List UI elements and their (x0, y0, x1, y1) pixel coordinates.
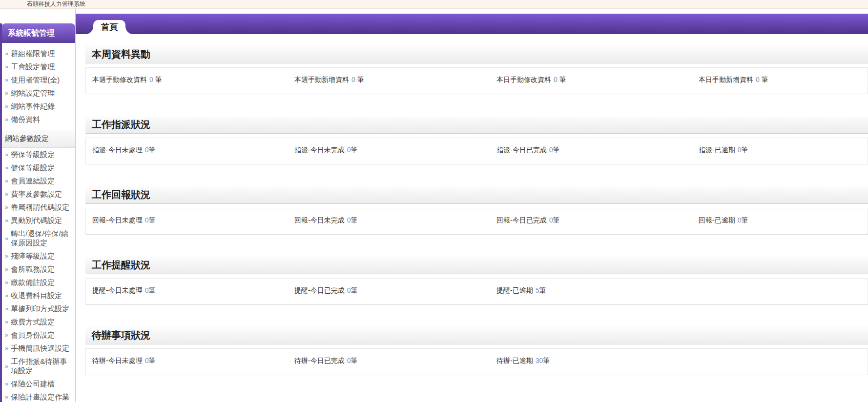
stat-unit: 筆 (558, 76, 566, 83)
stat-unit: 筆 (351, 357, 357, 364)
sidebar-item[interactable]: »網站設定管理 (5, 86, 73, 100)
stat-item: 回報-已逾期0筆 (692, 208, 868, 234)
sidebar-item-label: 工作指派&待辦事項設定 (11, 357, 73, 375)
stat-item: 提醒-今日已完成0筆 (288, 279, 490, 304)
tab-home[interactable]: 首頁 (93, 20, 125, 34)
sidebar-item-label: 單據列印方式設定 (11, 304, 69, 313)
sidebar-item[interactable]: »會員連結設定 (5, 174, 73, 187)
section-title: 工作提醒狀況 (85, 256, 868, 274)
stat-label: 本日手動修改資料 (496, 76, 551, 83)
stat-value-link[interactable]: 0 (351, 76, 355, 83)
chevron-marker-icon: » (5, 317, 8, 326)
dashboard-section: 本周資料異動本週手動修改資料0 筆本週手動新增資料0 筆本日手動修改資料0 筆本… (85, 45, 868, 94)
app-root: { "app": { "title": "石頭科技人力管理系統" }, "tab… (0, 0, 868, 402)
sidebar-accent-stripe (0, 23, 2, 402)
sidebar-item-label: 保險公司建檔 (11, 379, 55, 388)
sidebar-group-header-account[interactable]: 系統帳號管理 (1, 23, 75, 43)
stat-unit: 筆 (543, 357, 550, 364)
sidebar-item[interactable]: »手機簡訊快選設定 (5, 342, 73, 355)
layout: 系統帳號管理 »群組權限管理»工會設定管理»使用者管理(全)»網站設定管理»網站… (0, 9, 868, 402)
chevron-marker-icon: » (5, 392, 8, 402)
stat-unit: 筆 (553, 216, 559, 224)
stat-label: 指派-已逾期 (699, 146, 735, 154)
section-title: 工作回報狀況 (85, 186, 868, 204)
stat-label: 待辦-今日已完成 (294, 357, 345, 364)
sidebar-item-label: 異動別代碼設定 (11, 216, 62, 225)
section-title: 工作指派狀況 (85, 116, 868, 134)
dashboard-section: 工作指派狀況指派-今日未處理0筆指派-今日未完成0筆指派-今日已完成0筆指派-已… (85, 116, 868, 164)
stat-value-link[interactable]: 0 (554, 76, 558, 83)
sidebar-item-label: 網站設定管理 (11, 88, 55, 98)
stat-item: 提醒-已逾期5筆 (490, 279, 692, 304)
chevron-marker-icon: » (5, 49, 8, 58)
sidebar-item[interactable]: »繳款備註設定 (5, 276, 73, 289)
chevron-marker-icon: » (5, 189, 8, 199)
stat-label: 回報-今日未處理 (92, 216, 143, 224)
sidebar-item[interactable]: »工作指派&待辦事項設定 (5, 355, 73, 377)
section-stats-row: 回報-今日未處理0筆回報-今日未完成0筆回報-今日已完成0筆回報-已逾期0筆 (85, 208, 868, 235)
sidebar-item[interactable]: »工會設定管理 (5, 60, 73, 73)
sidebar-item-label: 眷屬稱謂代碼設定 (11, 202, 69, 212)
sidebar-item-label: 會員身份設定 (11, 330, 55, 340)
stat-value-link[interactable]: 0 (149, 76, 153, 83)
sidebar-group-header-params[interactable]: 網站參數設定 (0, 130, 75, 148)
stat-unit: 筆 (553, 146, 559, 154)
main-sections: 本周資料異動本週手動修改資料0 筆本週手動新增資料0 筆本日手動修改資料0 筆本… (76, 34, 868, 375)
sidebar-item[interactable]: »使用者管理(全) (5, 73, 73, 86)
sidebar-item-label: 健保等級設定 (11, 163, 55, 172)
stat-value-link[interactable]: 0 (756, 76, 760, 83)
sidebar-item-label: 費率及參數設定 (11, 189, 62, 199)
tab-bar: 首頁 (76, 14, 868, 34)
chevron-marker-icon: » (5, 304, 8, 313)
sidebar-item[interactable]: »會員身份設定 (5, 328, 73, 342)
sidebar-item[interactable]: »繳費方式設定 (5, 315, 73, 328)
stat-label: 提醒-已逾期 (496, 286, 533, 294)
stat-label: 本日手動新增資料 (699, 76, 753, 83)
stat-value-link[interactable]: 30 (536, 357, 543, 364)
sidebar-item-label: 殘障等級設定 (11, 251, 55, 261)
chevron-marker-icon: » (5, 62, 8, 71)
sidebar-item[interactable]: »轉出/退保/停保/續保原因設定 (5, 227, 73, 249)
stat-unit: 筆 (148, 357, 155, 364)
chevron-marker-icon: » (5, 379, 8, 388)
chevron-marker-icon: » (5, 330, 8, 340)
sidebar-item[interactable]: »眷屬稱謂代碼設定 (5, 201, 73, 214)
sidebar-item-label: 保險計畫設定作業 (11, 392, 69, 402)
chevron-marker-icon: » (5, 163, 8, 172)
stat-label: 指派-今日未處理 (92, 146, 143, 154)
sidebar-item[interactable]: »異動別代碼設定 (5, 214, 73, 227)
stat-item: 本週手動新增資料0 筆 (288, 68, 490, 94)
stat-label: 提醒-今日已完成 (294, 286, 345, 294)
main-area: 首頁 本周資料異動本週手動修改資料0 筆本週手動新增資料0 筆本日手動修改資料0… (76, 9, 868, 402)
stat-label: 回報-已逾期 (699, 216, 735, 224)
chevron-marker-icon: » (5, 75, 8, 84)
sidebar-item[interactable]: »備份資料 (5, 113, 73, 126)
sidebar-item[interactable]: »網站事件紀錄 (5, 100, 73, 113)
sidebar-item[interactable]: »會所職務設定 (5, 262, 73, 276)
sidebar-item[interactable]: »單據列印方式設定 (5, 302, 73, 315)
stat-unit: 筆 (351, 146, 357, 154)
sidebar-item[interactable]: »保險公司建檔 (5, 377, 73, 390)
sidebar-item[interactable]: »殘障等級設定 (5, 249, 73, 262)
sidebar-item[interactable]: »收退費科目設定 (5, 289, 73, 302)
chevron-marker-icon: » (5, 234, 8, 243)
dashboard-section: 工作回報狀況回報-今日未處理0筆回報-今日未完成0筆回報-今日已完成0筆回報-已… (85, 186, 868, 235)
sidebar-item[interactable]: »費率及參數設定 (5, 187, 73, 201)
app-title: 石頭科技人力管理系統 (27, 0, 85, 8)
sidebar-item[interactable]: »保險計畫設定作業 (5, 390, 73, 402)
stat-item: 待辦-今日未處理0筆 (86, 349, 288, 375)
sidebar-item[interactable]: »群組權限管理 (5, 47, 73, 60)
sidebar-menu: »群組權限管理»工會設定管理»使用者管理(全)»網站設定管理»網站事件紀錄»備份… (0, 43, 75, 402)
sidebar-item-label: 繳款備註設定 (11, 278, 55, 287)
section-title: 待辦事項狀況 (85, 326, 868, 344)
stat-label: 提醒-今日未處理 (92, 286, 143, 294)
stat-unit: 筆 (355, 76, 364, 83)
stat-item: 待辦-已逾期30筆 (490, 349, 692, 375)
sidebar-item[interactable]: »勞保等級設定 (5, 148, 73, 161)
stat-label: 指派-今日未完成 (294, 146, 345, 154)
sidebar-group-items: »群組權限管理»工會設定管理»使用者管理(全)»網站設定管理»網站事件紀錄»備份… (0, 47, 75, 127)
sidebar-item[interactable]: »健保等級設定 (5, 161, 73, 174)
sidebar-item-label: 備份資料 (11, 115, 40, 124)
sidebar-item-label: 群組權限管理 (11, 49, 55, 58)
stat-label: 本週手動新增資料 (294, 76, 349, 83)
